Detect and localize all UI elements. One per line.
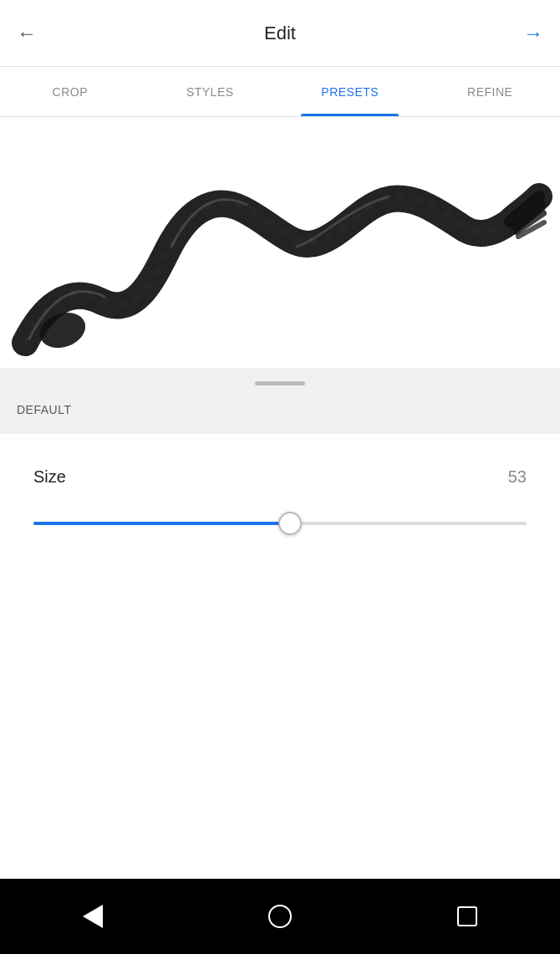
back-nav-icon[interactable] [83,905,103,928]
slider-thumb[interactable] [278,512,302,535]
size-row: Size 53 [33,467,527,487]
tab-refine[interactable]: REFINE [420,67,561,116]
snake-drawing [0,117,560,368]
size-label: Size [33,467,66,487]
nav-bar [0,879,560,954]
header: ← Edit → [0,0,560,67]
tab-presets[interactable]: PRESETS [280,67,420,116]
preset-default-label: DEFAULT [17,403,71,416]
size-value: 53 [508,467,527,487]
size-slider[interactable] [33,507,527,540]
canvas-area [0,117,560,368]
tab-styles[interactable]: STYLES [140,67,281,116]
drag-handle[interactable] [255,381,305,385]
home-nav-icon[interactable] [268,905,292,928]
page-title: Edit [264,23,296,44]
tab-crop[interactable]: CROP [0,67,140,116]
slider-fill [33,522,290,525]
slider-track [33,522,527,525]
controls-area: Size 53 [0,434,560,879]
back-button[interactable]: ← [17,22,37,45]
forward-button[interactable]: → [523,22,543,45]
tabs-bar: CROP STYLES PRESETS REFINE [0,67,560,117]
recents-nav-icon[interactable] [457,906,477,926]
preset-panel: DEFAULT [0,368,560,434]
